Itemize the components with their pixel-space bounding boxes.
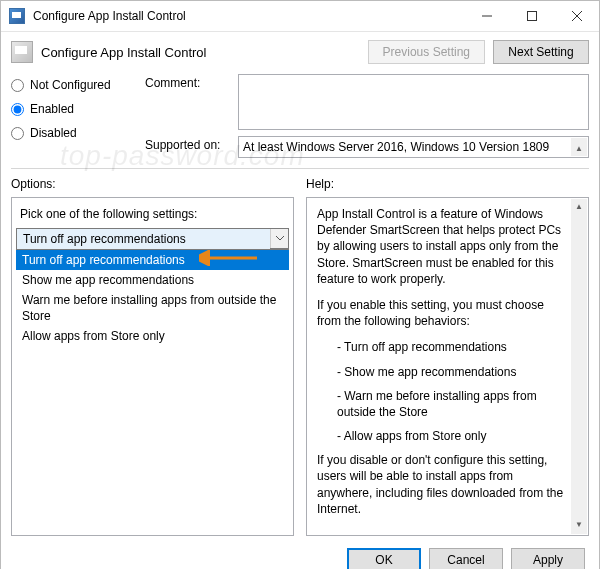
- page-title: Configure App Install Control: [41, 45, 360, 60]
- help-label: Help:: [306, 177, 589, 191]
- radio-enabled-input[interactable]: [11, 103, 24, 116]
- radio-disabled[interactable]: Disabled: [11, 126, 141, 140]
- comment-label: Comment:: [145, 74, 230, 90]
- radio-disabled-label: Disabled: [30, 126, 77, 140]
- dropdown-item[interactable]: Warn me before installing apps from outs…: [16, 290, 289, 326]
- help-text: If you enable this setting, you must cho…: [317, 297, 566, 329]
- titlebar: Configure App Install Control: [1, 1, 599, 32]
- scrollbar[interactable]: ▲ ▼: [571, 199, 587, 534]
- help-text: App Install Control is a feature of Wind…: [317, 206, 566, 287]
- dropdown-item[interactable]: Show me app recommendations: [16, 270, 289, 290]
- radio-not-configured-label: Not Configured: [30, 78, 111, 92]
- help-panel: App Install Control is a feature of Wind…: [306, 197, 589, 536]
- state-radio-group: Not Configured Enabled Disabled: [11, 74, 141, 158]
- help-bullet: - Allow apps from Store only: [317, 428, 566, 444]
- svg-rect-1: [527, 12, 536, 21]
- settings-combobox[interactable]: Turn off app recommendations: [16, 228, 289, 249]
- next-setting-button[interactable]: Next Setting: [493, 40, 589, 64]
- supported-on-field: At least Windows Server 2016, Windows 10…: [238, 136, 589, 158]
- window-title: Configure App Install Control: [33, 9, 464, 23]
- help-bullet: - Warn me before installing apps from ou…: [317, 388, 566, 420]
- dropdown-item[interactable]: Turn off app recommendations: [16, 250, 289, 270]
- policy-icon: [11, 41, 33, 63]
- radio-disabled-input[interactable]: [11, 127, 24, 140]
- dropdown-item[interactable]: Allow apps from Store only: [16, 326, 289, 346]
- dropdown-item-label: Turn off app recommendations: [22, 253, 185, 267]
- close-button[interactable]: [554, 1, 599, 31]
- scroll-up-icon[interactable]: ▲: [575, 199, 583, 216]
- comment-textarea[interactable]: [238, 74, 589, 130]
- supported-on-value: At least Windows Server 2016, Windows 10…: [243, 140, 549, 154]
- radio-not-configured-input[interactable]: [11, 79, 24, 92]
- pick-settings-label: Pick one of the following settings:: [16, 204, 289, 228]
- help-bullet: - Turn off app recommendations: [317, 339, 566, 355]
- maximize-button[interactable]: [509, 1, 554, 31]
- header-row: Configure App Install Control Previous S…: [1, 32, 599, 68]
- dialog-button-row: OK Cancel Apply: [1, 536, 599, 569]
- scroll-down-icon[interactable]: ▼: [575, 517, 583, 534]
- cancel-button[interactable]: Cancel: [429, 548, 503, 569]
- minimize-button[interactable]: [464, 1, 509, 31]
- ok-button[interactable]: OK: [347, 548, 421, 569]
- options-label: Options:: [11, 177, 294, 191]
- combobox-dropdown: Turn off app recommendations Show me app…: [16, 249, 289, 346]
- divider: [11, 168, 589, 169]
- help-bullet: - Show me app recommendations: [317, 364, 566, 380]
- help-text: If you disable or don't configure this s…: [317, 452, 566, 517]
- chevron-down-icon[interactable]: [270, 229, 288, 248]
- annotation-arrow-icon: [199, 250, 259, 266]
- supported-on-label: Supported on:: [145, 136, 230, 152]
- radio-enabled[interactable]: Enabled: [11, 102, 141, 116]
- scrollbar[interactable]: ▲ ▼: [571, 138, 587, 156]
- previous-setting-button: Previous Setting: [368, 40, 485, 64]
- apply-button[interactable]: Apply: [511, 548, 585, 569]
- scroll-up-icon[interactable]: ▲: [575, 138, 583, 158]
- app-icon: [9, 8, 25, 24]
- radio-enabled-label: Enabled: [30, 102, 74, 116]
- combobox-selected-text: Turn off app recommendations: [17, 229, 270, 249]
- radio-not-configured[interactable]: Not Configured: [11, 78, 141, 92]
- options-panel: Pick one of the following settings: Turn…: [11, 197, 294, 536]
